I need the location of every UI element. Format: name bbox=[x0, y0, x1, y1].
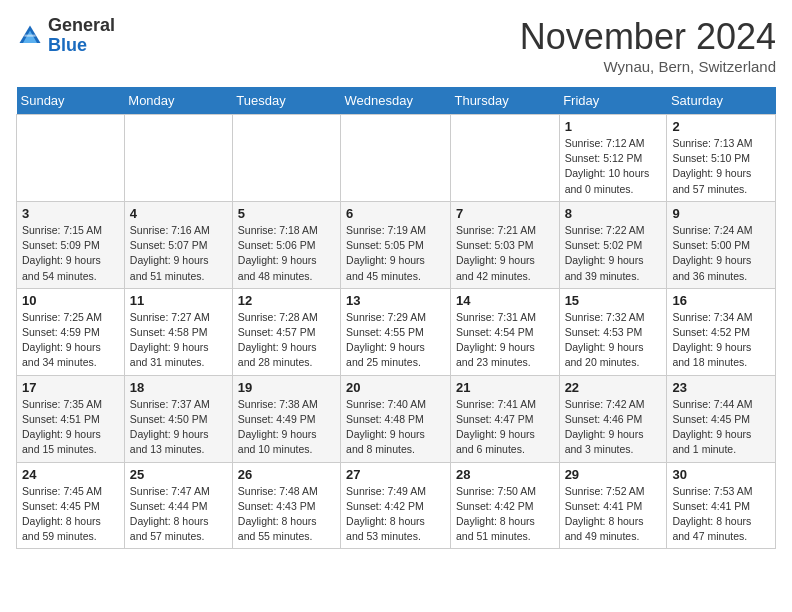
day-info: Sunrise: 7:50 AM Sunset: 4:42 PM Dayligh… bbox=[456, 484, 554, 545]
weekday-header-sunday: Sunday bbox=[17, 87, 125, 115]
calendar-cell: 26Sunrise: 7:48 AM Sunset: 4:43 PM Dayli… bbox=[232, 462, 340, 549]
day-info: Sunrise: 7:52 AM Sunset: 4:41 PM Dayligh… bbox=[565, 484, 662, 545]
day-number: 29 bbox=[565, 467, 662, 482]
calendar-cell: 4Sunrise: 7:16 AM Sunset: 5:07 PM Daylig… bbox=[124, 201, 232, 288]
calendar-week-1: 1Sunrise: 7:12 AM Sunset: 5:12 PM Daylig… bbox=[17, 115, 776, 202]
day-info: Sunrise: 7:22 AM Sunset: 5:02 PM Dayligh… bbox=[565, 223, 662, 284]
calendar-cell: 22Sunrise: 7:42 AM Sunset: 4:46 PM Dayli… bbox=[559, 375, 667, 462]
calendar-cell: 21Sunrise: 7:41 AM Sunset: 4:47 PM Dayli… bbox=[450, 375, 559, 462]
calendar-body: 1Sunrise: 7:12 AM Sunset: 5:12 PM Daylig… bbox=[17, 115, 776, 549]
day-info: Sunrise: 7:42 AM Sunset: 4:46 PM Dayligh… bbox=[565, 397, 662, 458]
calendar-cell: 1Sunrise: 7:12 AM Sunset: 5:12 PM Daylig… bbox=[559, 115, 667, 202]
day-number: 27 bbox=[346, 467, 445, 482]
day-number: 14 bbox=[456, 293, 554, 308]
calendar-cell bbox=[450, 115, 559, 202]
weekday-header-monday: Monday bbox=[124, 87, 232, 115]
calendar-cell bbox=[124, 115, 232, 202]
day-info: Sunrise: 7:47 AM Sunset: 4:44 PM Dayligh… bbox=[130, 484, 227, 545]
day-number: 10 bbox=[22, 293, 119, 308]
calendar-cell: 16Sunrise: 7:34 AM Sunset: 4:52 PM Dayli… bbox=[667, 288, 776, 375]
day-number: 20 bbox=[346, 380, 445, 395]
day-info: Sunrise: 7:15 AM Sunset: 5:09 PM Dayligh… bbox=[22, 223, 119, 284]
day-info: Sunrise: 7:45 AM Sunset: 4:45 PM Dayligh… bbox=[22, 484, 119, 545]
day-number: 1 bbox=[565, 119, 662, 134]
calendar-cell: 2Sunrise: 7:13 AM Sunset: 5:10 PM Daylig… bbox=[667, 115, 776, 202]
calendar-cell: 27Sunrise: 7:49 AM Sunset: 4:42 PM Dayli… bbox=[341, 462, 451, 549]
day-info: Sunrise: 7:49 AM Sunset: 4:42 PM Dayligh… bbox=[346, 484, 445, 545]
day-info: Sunrise: 7:41 AM Sunset: 4:47 PM Dayligh… bbox=[456, 397, 554, 458]
weekday-header-friday: Friday bbox=[559, 87, 667, 115]
day-number: 6 bbox=[346, 206, 445, 221]
calendar-cell: 19Sunrise: 7:38 AM Sunset: 4:49 PM Dayli… bbox=[232, 375, 340, 462]
day-info: Sunrise: 7:18 AM Sunset: 5:06 PM Dayligh… bbox=[238, 223, 335, 284]
day-number: 30 bbox=[672, 467, 770, 482]
day-info: Sunrise: 7:35 AM Sunset: 4:51 PM Dayligh… bbox=[22, 397, 119, 458]
day-number: 16 bbox=[672, 293, 770, 308]
page-header: General Blue November 2024 Wynau, Bern, … bbox=[16, 16, 776, 75]
day-number: 19 bbox=[238, 380, 335, 395]
calendar-week-3: 10Sunrise: 7:25 AM Sunset: 4:59 PM Dayli… bbox=[17, 288, 776, 375]
logo-general-text: General bbox=[48, 15, 115, 35]
calendar-cell bbox=[232, 115, 340, 202]
calendar-header: SundayMondayTuesdayWednesdayThursdayFrid… bbox=[17, 87, 776, 115]
calendar-cell: 17Sunrise: 7:35 AM Sunset: 4:51 PM Dayli… bbox=[17, 375, 125, 462]
day-info: Sunrise: 7:16 AM Sunset: 5:07 PM Dayligh… bbox=[130, 223, 227, 284]
calendar-cell: 30Sunrise: 7:53 AM Sunset: 4:41 PM Dayli… bbox=[667, 462, 776, 549]
weekday-header-thursday: Thursday bbox=[450, 87, 559, 115]
location-subtitle: Wynau, Bern, Switzerland bbox=[520, 58, 776, 75]
calendar-cell: 5Sunrise: 7:18 AM Sunset: 5:06 PM Daylig… bbox=[232, 201, 340, 288]
weekday-header-wednesday: Wednesday bbox=[341, 87, 451, 115]
month-title: November 2024 bbox=[520, 16, 776, 58]
calendar-cell: 24Sunrise: 7:45 AM Sunset: 4:45 PM Dayli… bbox=[17, 462, 125, 549]
day-info: Sunrise: 7:25 AM Sunset: 4:59 PM Dayligh… bbox=[22, 310, 119, 371]
day-number: 5 bbox=[238, 206, 335, 221]
day-info: Sunrise: 7:12 AM Sunset: 5:12 PM Dayligh… bbox=[565, 136, 662, 197]
calendar-cell: 23Sunrise: 7:44 AM Sunset: 4:45 PM Dayli… bbox=[667, 375, 776, 462]
calendar-cell: 12Sunrise: 7:28 AM Sunset: 4:57 PM Dayli… bbox=[232, 288, 340, 375]
logo-blue-text: Blue bbox=[48, 35, 87, 55]
calendar-cell: 11Sunrise: 7:27 AM Sunset: 4:58 PM Dayli… bbox=[124, 288, 232, 375]
weekday-header-saturday: Saturday bbox=[667, 87, 776, 115]
weekday-row: SundayMondayTuesdayWednesdayThursdayFrid… bbox=[17, 87, 776, 115]
calendar-cell: 18Sunrise: 7:37 AM Sunset: 4:50 PM Dayli… bbox=[124, 375, 232, 462]
weekday-header-tuesday: Tuesday bbox=[232, 87, 340, 115]
day-number: 24 bbox=[22, 467, 119, 482]
day-info: Sunrise: 7:28 AM Sunset: 4:57 PM Dayligh… bbox=[238, 310, 335, 371]
day-info: Sunrise: 7:24 AM Sunset: 5:00 PM Dayligh… bbox=[672, 223, 770, 284]
day-number: 22 bbox=[565, 380, 662, 395]
calendar-cell: 7Sunrise: 7:21 AM Sunset: 5:03 PM Daylig… bbox=[450, 201, 559, 288]
day-number: 8 bbox=[565, 206, 662, 221]
day-info: Sunrise: 7:53 AM Sunset: 4:41 PM Dayligh… bbox=[672, 484, 770, 545]
day-number: 11 bbox=[130, 293, 227, 308]
day-info: Sunrise: 7:13 AM Sunset: 5:10 PM Dayligh… bbox=[672, 136, 770, 197]
day-info: Sunrise: 7:31 AM Sunset: 4:54 PM Dayligh… bbox=[456, 310, 554, 371]
day-info: Sunrise: 7:34 AM Sunset: 4:52 PM Dayligh… bbox=[672, 310, 770, 371]
calendar-cell: 20Sunrise: 7:40 AM Sunset: 4:48 PM Dayli… bbox=[341, 375, 451, 462]
day-number: 13 bbox=[346, 293, 445, 308]
logo: General Blue bbox=[16, 16, 115, 56]
day-info: Sunrise: 7:38 AM Sunset: 4:49 PM Dayligh… bbox=[238, 397, 335, 458]
calendar-cell: 14Sunrise: 7:31 AM Sunset: 4:54 PM Dayli… bbox=[450, 288, 559, 375]
calendar-cell bbox=[341, 115, 451, 202]
day-info: Sunrise: 7:19 AM Sunset: 5:05 PM Dayligh… bbox=[346, 223, 445, 284]
calendar-cell: 6Sunrise: 7:19 AM Sunset: 5:05 PM Daylig… bbox=[341, 201, 451, 288]
day-info: Sunrise: 7:21 AM Sunset: 5:03 PM Dayligh… bbox=[456, 223, 554, 284]
day-info: Sunrise: 7:32 AM Sunset: 4:53 PM Dayligh… bbox=[565, 310, 662, 371]
day-number: 2 bbox=[672, 119, 770, 134]
svg-rect-2 bbox=[24, 34, 35, 36]
day-number: 4 bbox=[130, 206, 227, 221]
calendar-cell: 13Sunrise: 7:29 AM Sunset: 4:55 PM Dayli… bbox=[341, 288, 451, 375]
calendar-week-2: 3Sunrise: 7:15 AM Sunset: 5:09 PM Daylig… bbox=[17, 201, 776, 288]
day-number: 15 bbox=[565, 293, 662, 308]
calendar-cell: 3Sunrise: 7:15 AM Sunset: 5:09 PM Daylig… bbox=[17, 201, 125, 288]
calendar-cell: 28Sunrise: 7:50 AM Sunset: 4:42 PM Dayli… bbox=[450, 462, 559, 549]
day-info: Sunrise: 7:37 AM Sunset: 4:50 PM Dayligh… bbox=[130, 397, 227, 458]
calendar-week-4: 17Sunrise: 7:35 AM Sunset: 4:51 PM Dayli… bbox=[17, 375, 776, 462]
day-number: 9 bbox=[672, 206, 770, 221]
title-block: November 2024 Wynau, Bern, Switzerland bbox=[520, 16, 776, 75]
calendar-table: SundayMondayTuesdayWednesdayThursdayFrid… bbox=[16, 87, 776, 549]
calendar-cell bbox=[17, 115, 125, 202]
calendar-week-5: 24Sunrise: 7:45 AM Sunset: 4:45 PM Dayli… bbox=[17, 462, 776, 549]
day-number: 7 bbox=[456, 206, 554, 221]
calendar-cell: 25Sunrise: 7:47 AM Sunset: 4:44 PM Dayli… bbox=[124, 462, 232, 549]
